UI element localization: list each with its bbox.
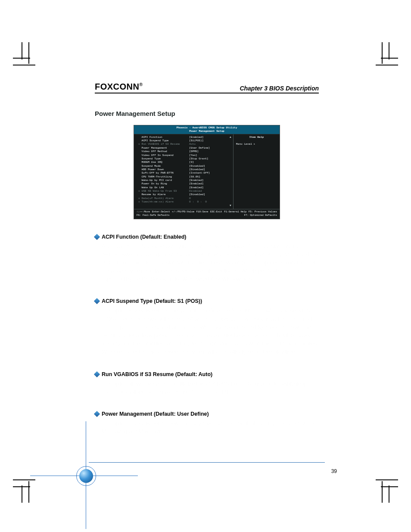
bios-row: ACPI Suspend Type[S1(POS)]: [138, 139, 231, 143]
bullet-diamond-icon: [94, 233, 100, 240]
page-number: 39: [331, 468, 337, 474]
bios-row-value: Auto: [189, 143, 196, 146]
bios-row-value: [Yes]: [189, 154, 197, 157]
bullet-diamond-icon: [94, 411, 100, 417]
bios-row-value: [3]: [189, 161, 194, 164]
doc-item-body: This option allows the system to initial…: [95, 380, 319, 396]
bios-row: Video Off Method[DPMS]: [138, 150, 231, 153]
bios-row-value: [Stop Grant]: [189, 157, 209, 161]
bios-row: x Run VGABIOS if S3 ResumeAuto: [138, 143, 231, 146]
bios-key-fail: F6: Fail-Safe Defaults: [137, 214, 170, 217]
crop-mark-top-right: [368, 47, 394, 73]
bios-screenshot: Phoenix - AwardBIOS CMOS Setup Utility P…: [134, 125, 280, 219]
bios-row-value: [DPMS]: [189, 150, 199, 153]
doc-item-title: ACPI Suspend Type (Default: S1 (POS)): [102, 298, 202, 304]
bios-row-value: [Enabled]: [189, 136, 203, 139]
bullet-diamond-icon: [94, 371, 100, 377]
bios-row-label: x USB KB Wake-Up From S3: [138, 190, 189, 193]
bios-row-value: [Enabled]: [189, 182, 203, 186]
bios-row-label: ACPI Function: [138, 136, 189, 139]
bios-key-value: +/-/PU/PD:Value: [172, 210, 194, 214]
bios-row: Soft-Off by PWR-BTTN[Instant-Off]: [138, 171, 231, 175]
doc-item-head: Power Management (Default: User Define): [95, 411, 319, 417]
bios-row: Suspend Mode[Disabled]: [138, 165, 231, 168]
bios-row: Power On by Ring[Enabled]: [138, 182, 231, 186]
bios-row-label: Wake Up On LAN: [138, 186, 189, 190]
bios-row-value: [Disabled]: [189, 168, 205, 171]
bios-row: CPU THRM-Throttling[50.0%]: [138, 175, 231, 179]
bios-row-label: MODEM Use IRQ: [138, 161, 189, 164]
section-title: Power Management Setup: [95, 110, 319, 117]
bios-row-value: 0: [189, 197, 191, 200]
doc-item: ACPI Suspend Type (Default: S1 (POS))Thi…: [95, 298, 319, 356]
bios-row-value: [50.0%]: [189, 175, 200, 179]
bios-row: Suspend Type[Stop Grant]: [138, 157, 231, 161]
page-header: FOXCONN® Chapter 3 BIOS Description: [95, 82, 319, 93]
bios-key-help: F1:General Help: [224, 210, 246, 214]
crop-mark-bottom-right: [368, 472, 394, 498]
doc-item: Power Management (Default: User Define)T…: [95, 411, 319, 436]
bios-row: Power Management[User Define]: [138, 146, 231, 150]
chapter-title: Chapter 3 BIOS Description: [240, 85, 319, 92]
bios-row-label: HDD Power Down: [138, 168, 189, 171]
brand-text: FOXCONN: [95, 82, 140, 91]
bios-key-opt: F7: Optimized Defaults: [244, 214, 277, 217]
doc-item: Run VGABIOS if S3 Resume (Default: Auto)…: [95, 371, 319, 396]
bios-row-value: 0 : 0 : 0: [189, 200, 207, 204]
bios-key-save: F10:Save: [196, 210, 209, 214]
bios-help-title: Item Help: [236, 136, 277, 139]
bios-row-value: Disabled: [189, 190, 202, 193]
doc-item-paragraph: This option allows the system to initial…: [102, 380, 319, 396]
doc-item-head: Run VGABIOS if S3 Resume (Default: Auto): [95, 371, 319, 377]
bios-row-value: [Enabled]: [189, 179, 203, 182]
bios-row-value: [Enabled]: [189, 186, 203, 190]
bios-row-label: Wake-Up by PCI card: [138, 179, 189, 182]
bios-row-label: Suspend Type: [138, 157, 189, 161]
bios-row-label: x Date(of Month) Alarm: [138, 197, 189, 200]
bios-row-value: [User Define]: [189, 146, 210, 150]
doc-item-paragraph: ACPI stands for “Advanced Configuration …: [102, 243, 319, 284]
doc-item-head: ACPI Suspend Type (Default: S1 (POS)): [95, 298, 319, 304]
bios-row-label: ACPI Suspend Type: [138, 139, 189, 143]
doc-item-body: This option is used to set the energy sa…: [95, 307, 319, 356]
page-content: FOXCONN® Chapter 3 BIOS Description Powe…: [95, 82, 319, 437]
bios-row-label: x Run VGABIOS if S3 Resume: [138, 143, 189, 146]
bios-row-value: [Disabled]: [189, 193, 205, 196]
bios-key-prev: F5: Previous Values: [249, 210, 277, 214]
bios-row-value: [Disabled]: [189, 165, 205, 168]
bios-key-esc: ESC:Exit: [210, 210, 222, 214]
bios-row: ACPI Function[Enabled]: [138, 136, 230, 139]
bios-row: Wake-Up by PCI card[Enabled]: [138, 179, 231, 182]
bios-row: MODEM Use IRQ[3]: [138, 161, 231, 164]
bios-row-label: Soft-Off by PWR-BTTN: [138, 171, 189, 175]
doc-item-title: Run VGABIOS if S3 Resume (Default: Auto): [102, 371, 212, 377]
doc-item-title: Power Management (Default: User Define): [102, 411, 209, 417]
bios-row-label: CPU THRM-Throttling: [138, 175, 189, 179]
bios-title-line-2: Power Management Setup: [134, 130, 280, 133]
registered-mark: ®: [140, 82, 143, 87]
bios-row-label: Power Management: [138, 146, 189, 150]
bios-row: x USB KB Wake-Up From S3Disabled: [138, 190, 231, 193]
ornament-sphere-icon: [79, 469, 93, 483]
bullet-diamond-icon: [94, 298, 100, 304]
bios-row-label: Suspend Mode: [138, 165, 189, 168]
bios-menu-level: Menu Level ▸: [236, 143, 277, 146]
doc-item-paragraph: This option is used to set the power man…: [102, 420, 319, 436]
doc-item: ACPI Function (Default: Enabled)ACPI sta…: [95, 234, 319, 284]
bios-row-label: Power On by Ring: [138, 182, 189, 186]
bios-row: HDD Power Down[Disabled]: [138, 168, 231, 171]
brand-logo: FOXCONN®: [95, 82, 143, 92]
scroll-up-icon: ▲: [230, 136, 231, 139]
bios-row: Resume by Alarm[Disabled]: [138, 193, 231, 196]
bios-row-label: Resume by Alarm: [138, 193, 189, 196]
bios-settings-pane: ▲ ACPI Function[Enabled] ACPI Suspend Ty…: [134, 134, 233, 209]
bios-row: Wake Up On LAN[Enabled]: [138, 186, 231, 190]
bios-help-pane: Item Help Menu Level ▸: [233, 134, 280, 209]
bios-key-enter: Enter:Select: [152, 210, 170, 214]
bios-titlebar: Phoenix - AwardBIOS CMOS Setup Utility P…: [134, 125, 280, 134]
bios-row-label: Video Off Method: [138, 150, 189, 153]
bios-row: x Time(hh:mm:ss) Alarm0 : 0 : 0: [138, 200, 231, 204]
doc-item-body: ACPI stands for “Advanced Configuration …: [95, 243, 319, 284]
bios-row-label: Video Off In Suspend: [138, 154, 189, 157]
doc-item-title: ACPI Function (Default: Enabled): [102, 234, 187, 240]
